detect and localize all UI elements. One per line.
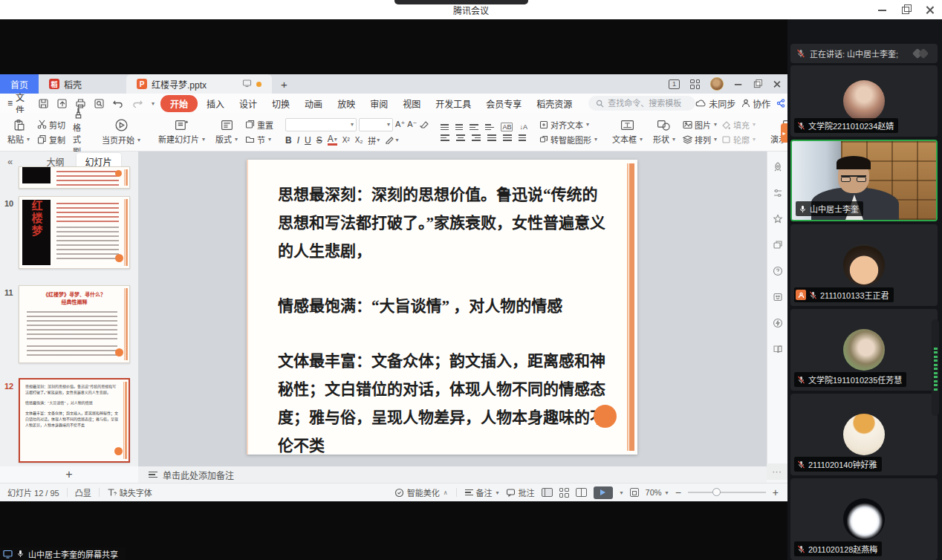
flash-optimize-icon[interactable] (773, 318, 783, 328)
new-slide-button[interactable]: 新建幻灯片▾ (155, 118, 208, 146)
tab-view[interactable]: 视图 (397, 95, 426, 112)
increase-indent-icon[interactable] (485, 124, 494, 130)
wps-restore-button[interactable] (754, 80, 761, 88)
slide-canvas[interactable]: 思想最深刻：深刻的思想价值。鲁迅说“传统的思想和写法都打破了。”家族衰败，女性普… (138, 152, 767, 466)
superscript-button[interactable]: X² (342, 136, 350, 144)
align-center-icon[interactable] (456, 134, 465, 140)
highlight-pen-button[interactable]: ▾ (385, 136, 398, 144)
zoom-slider[interactable] (688, 492, 766, 493)
increase-font-icon[interactable]: A⁺ (395, 120, 405, 129)
animation-pane-icon[interactable] (773, 240, 783, 250)
fit-slide-button[interactable] (630, 488, 639, 497)
copy-button[interactable]: 复制 (37, 134, 65, 146)
file-menu[interactable]: ≡ 文件 (0, 91, 32, 116)
participant-tile[interactable]: 2111020140钟好雅 (790, 394, 938, 475)
participant-tile[interactable]: 2011020128赵燕梅 (790, 478, 938, 560)
cut-button[interactable]: 剪切 (37, 119, 65, 131)
underline-button[interactable]: U (305, 135, 311, 146)
justify-icon[interactable] (487, 134, 496, 140)
zoom-in-button[interactable]: + (773, 486, 779, 498)
slide-thumbnail-12-selected[interactable]: 思想最深刻：深刻的思想价值。鲁迅说“传统的思想和写法都打破了。”家族衰败，女性普… (19, 378, 130, 463)
normal-view-button[interactable] (542, 488, 553, 497)
bold-button[interactable]: B (285, 135, 292, 146)
tab-docer-resources[interactable]: 稻壳资源 (530, 95, 578, 112)
slide-text-block[interactable]: 思想最深刻：深刻的思想价值。鲁迅说“传统的思想和写法都打破了。”家族衰败，女性普… (278, 180, 606, 466)
slideshow-play-button[interactable] (594, 486, 613, 499)
zoom-slider-knob[interactable] (712, 488, 721, 496)
italic-button[interactable]: I (297, 135, 299, 146)
line-spacing-icon[interactable] (519, 134, 526, 140)
smart-beautify-button[interactable]: 智能美化 ∧ (394, 486, 448, 498)
highlight-toggle[interactable]: 凸显 (75, 486, 91, 498)
history-dropdown-icon[interactable]: ▾ (152, 100, 155, 107)
properties-sliders-icon[interactable] (773, 188, 783, 198)
tab-transition[interactable]: 切换 (266, 95, 296, 112)
reading-view-button[interactable] (576, 488, 587, 497)
slide-thumbnail-11[interactable]: 《红楼梦》寻梦、寻什么？ 经典性阐释 (19, 285, 130, 363)
command-search[interactable] (588, 96, 695, 111)
reference-book-icon[interactable] (773, 344, 783, 354)
minimize-button[interactable] (878, 5, 887, 14)
zoom-out-button[interactable]: − (675, 486, 681, 498)
current-slide[interactable]: 思想最深刻：深刻的思想价值。鲁迅说“传统的思想和写法都打破了。”家族衰败，女性普… (247, 160, 637, 455)
tab-start[interactable]: 开始 (160, 95, 198, 112)
play-from-current-button[interactable]: 当页开始▾ (99, 117, 143, 146)
side-toolbar-more-button[interactable]: ··· (767, 463, 787, 480)
distribute-icon[interactable] (503, 134, 512, 140)
tab-slideshow[interactable]: 放映 (331, 95, 361, 112)
participant-tile-speaking[interactable]: 山中居士李奎 (790, 140, 938, 221)
format-painter-button[interactable]: 格式刷 (70, 106, 87, 157)
save-icon[interactable] (38, 98, 49, 109)
notes-bar[interactable]: 单击此处添加备注 (138, 466, 767, 483)
apps-grid-icon[interactable] (690, 79, 700, 89)
screen-share-indicator[interactable]: 山中居士李奎的屏幕共享 (0, 547, 126, 560)
text-direction-icon[interactable]: AB (501, 123, 513, 131)
smart-graphic-button[interactable]: 转智能图形▾ (539, 134, 597, 146)
export-icon[interactable] (56, 98, 68, 109)
decrease-font-icon[interactable]: A⁻ (407, 120, 417, 129)
strike-button[interactable]: S (316, 135, 322, 146)
sticker-panel-icon[interactable] (773, 292, 783, 302)
font-size-select[interactable]: ▾ (359, 118, 393, 131)
subscript-button[interactable]: X₂ (355, 136, 363, 144)
slide-sorter-view-button[interactable] (559, 488, 569, 498)
align-right-icon[interactable] (472, 134, 481, 140)
slide-thumbnail-10[interactable]: 红楼梦 (19, 196, 130, 269)
tab-design[interactable]: 设计 (233, 95, 263, 112)
zoom-level[interactable]: 70% ▾ (646, 488, 669, 497)
panel-collapse-icon[interactable]: « (0, 156, 20, 167)
participant-tile[interactable]: 文学院2211010234赵婧 (790, 65, 938, 137)
picture-button[interactable]: 图片▾ (683, 119, 717, 131)
font-color-button[interactable]: A▾ (328, 135, 337, 146)
sort-text-icon[interactable]: ↓A (519, 123, 527, 131)
align-text-button[interactable]: 对齐文本▾ (539, 119, 597, 131)
tab-document[interactable]: P 红楼寻梦.pptx (126, 74, 272, 94)
collaborate-button[interactable]: 协作 (741, 97, 770, 110)
numbered-list-icon[interactable] (455, 124, 463, 130)
single-window-icon[interactable]: 1 (669, 79, 680, 89)
rocket-tools-icon[interactable] (773, 162, 783, 172)
reset-button[interactable]: 重置 (245, 119, 273, 131)
pinyin-guide-button[interactable]: 拼▾ (368, 134, 380, 146)
bullet-list-icon[interactable] (441, 124, 449, 130)
font-family-select[interactable]: ▾ (285, 118, 357, 131)
play-options-icon[interactable]: ▾ (620, 489, 623, 496)
account-avatar[interactable] (710, 77, 724, 91)
layout-button[interactable]: 版式▾ (212, 118, 241, 146)
tab-insert[interactable]: 插入 (201, 95, 230, 112)
wps-close-button[interactable] (773, 80, 781, 88)
tab-devtools[interactable]: 开发工具 (429, 95, 477, 112)
participant-tile[interactable]: 2111010133王正君 (790, 224, 938, 306)
fill-button[interactable]: 填充▾ (721, 119, 756, 131)
align-left-icon[interactable] (441, 134, 449, 140)
search-input[interactable] (608, 99, 688, 108)
help-icon[interactable] (773, 266, 783, 276)
close-button[interactable] (926, 5, 935, 14)
tab-animation[interactable]: 动画 (299, 95, 328, 112)
clear-format-icon[interactable] (419, 120, 429, 129)
section-button[interactable]: 节▾ (245, 134, 273, 146)
participant-tile[interactable]: 文学院1911010235任芳慧 (790, 309, 938, 391)
undo-icon[interactable] (112, 98, 124, 108)
tab-membership[interactable]: 会员专享 (480, 95, 527, 112)
sync-status[interactable]: 未同步 (695, 97, 735, 110)
